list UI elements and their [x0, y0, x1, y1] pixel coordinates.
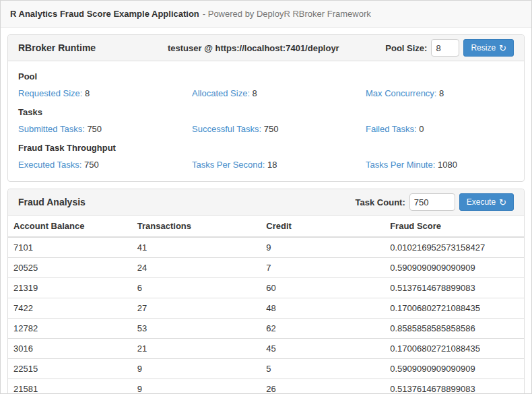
analysis-panel-heading: Fraud Analysis Task Count: Execute ↻	[8, 189, 524, 216]
runtime-panel: RBroker Runtime testuser @ https://local…	[7, 34, 525, 182]
fraud-table-head: Account BalanceTransactionsCreditFraud S…	[8, 216, 524, 237]
column-header: Transactions	[132, 216, 261, 237]
runtime-panel-heading: RBroker Runtime testuser @ https://local…	[8, 35, 524, 61]
table-cell: 7101	[8, 237, 132, 258]
table-cell: 0.5137614678899083	[385, 278, 524, 298]
table-cell: 48	[261, 298, 385, 319]
stat: Successful Tasks: 750	[192, 124, 366, 134]
runtime-panel-title: RBroker Runtime	[18, 42, 168, 53]
stats-row: Submitted Tasks: 750Successful Tasks: 75…	[18, 124, 514, 134]
stat-value: 8	[253, 88, 257, 98]
table-cell: 21581	[8, 379, 132, 394]
task-count-label: Task Count:	[356, 197, 405, 207]
section-heading: Fraud Task Throughput	[18, 143, 514, 153]
table-row: 71014190.010216952573158427	[8, 237, 524, 258]
table-row: 213196600.5137614678899083	[8, 278, 524, 298]
table-cell: 0.5909090909090909	[385, 359, 524, 379]
table-cell: 22515	[8, 359, 132, 379]
stat-label: Tasks Per Minute:	[366, 160, 438, 170]
app-subtitle: - Powered by DeployR RBroker Framework	[203, 9, 371, 19]
analysis-panel-title: Fraud Analysis	[18, 197, 86, 207]
fraud-table-header-row: Account BalanceTransactionsCreditFraud S…	[8, 216, 524, 237]
stat-label: Allocated Size:	[192, 88, 253, 98]
stat-label: Requested Size:	[18, 88, 85, 98]
stat: Tasks Per Second: 18	[192, 160, 366, 170]
fraud-table-body: 71014190.010216952573158427205252470.590…	[8, 237, 524, 394]
stat-value: 750	[84, 160, 99, 170]
stat: Allocated Size: 8	[192, 88, 366, 98]
pool-size-label: Pool Size:	[385, 43, 427, 53]
stat: Tasks Per Minute: 1080	[366, 160, 514, 170]
table-cell: 12782	[8, 319, 132, 339]
table-row: 1278253620.8585858585858586	[8, 319, 524, 339]
table-cell: 41	[132, 237, 261, 258]
stat: Max Concurrency: 8	[366, 88, 514, 98]
section-heading: Pool	[18, 71, 514, 81]
stat: Submitted Tasks: 750	[18, 124, 192, 134]
table-cell: 27	[132, 298, 261, 319]
app-header: R Analytics Fraud Score Example Applicat…	[1, 1, 531, 28]
table-cell: 24	[132, 258, 261, 278]
table-cell: 9	[132, 379, 261, 394]
table-cell: 0.5137614678899083	[385, 379, 524, 394]
stat-label: Successful Tasks:	[192, 124, 264, 134]
table-cell: 0.010216952573158427	[385, 237, 524, 258]
stat-label: Submitted Tasks:	[18, 124, 87, 134]
table-cell: 45	[261, 339, 385, 359]
task-count-controls: Task Count: Execute ↻	[356, 193, 514, 211]
stat-value: 8	[85, 88, 90, 98]
table-cell: 21319	[8, 278, 132, 298]
execute-button-label: Execute	[467, 197, 496, 207]
refresh-icon: ↻	[499, 198, 506, 207]
stat-label: Executed Tasks:	[18, 160, 84, 170]
app-title: R Analytics Fraud Score Example Applicat…	[10, 9, 199, 19]
stats-row: Requested Size: 8Allocated Size: 8Max Co…	[18, 88, 514, 98]
stat-value: 0	[419, 124, 424, 134]
table-cell: 53	[132, 319, 261, 339]
stat-value: 750	[264, 124, 279, 134]
table-row: 22515950.5909090909090909	[8, 359, 524, 379]
table-cell: 3016	[8, 339, 132, 359]
stat-value: 18	[267, 160, 277, 170]
stat: Executed Tasks: 750	[18, 160, 192, 170]
table-row: 301621450.17006802721088435	[8, 339, 524, 359]
stat-label: Tasks Per Second:	[192, 160, 267, 170]
app-window: R Analytics Fraud Score Example Applicat…	[0, 0, 532, 394]
table-cell: 0.17006802721088435	[385, 339, 524, 359]
fraud-table: Account BalanceTransactionsCreditFraud S…	[8, 216, 524, 394]
endpoint-text: testuser @ https://localhost:7401/deploy…	[168, 43, 385, 53]
column-header: Credit	[261, 216, 385, 237]
table-cell: 60	[261, 278, 385, 298]
analysis-panel: Fraud Analysis Task Count: Execute ↻ Acc…	[7, 189, 525, 394]
stats-row: Executed Tasks: 750Tasks Per Second: 18T…	[18, 160, 514, 170]
pool-size-controls: Pool Size: Resize ↻	[385, 39, 514, 57]
table-cell: 7422	[8, 298, 132, 319]
column-header: Fraud Score	[385, 216, 524, 237]
stat: Failed Tasks: 0	[366, 124, 514, 134]
section-heading: Tasks	[18, 107, 514, 117]
refresh-icon: ↻	[499, 44, 506, 53]
table-cell: 5	[261, 359, 385, 379]
table-row: 215819260.5137614678899083	[8, 379, 524, 394]
table-cell: 0.5909090909090909	[385, 258, 524, 278]
table-cell: 20525	[8, 258, 132, 278]
table-cell: 0.17006802721088435	[385, 298, 524, 319]
task-count-input[interactable]	[409, 193, 455, 211]
stat: Requested Size: 8	[18, 88, 192, 98]
resize-button[interactable]: Resize ↻	[463, 39, 514, 57]
table-cell: 0.8585858585858586	[385, 319, 524, 339]
table-row: 742227480.17006802721088435	[8, 298, 524, 319]
stat-label: Failed Tasks:	[366, 124, 419, 134]
table-cell: 9	[132, 359, 261, 379]
pool-size-input[interactable]	[431, 39, 459, 57]
table-cell: 21	[132, 339, 261, 359]
table-row: 205252470.5909090909090909	[8, 258, 524, 278]
resize-button-label: Resize	[471, 43, 496, 53]
column-header: Account Balance	[8, 216, 132, 237]
table-cell: 6	[132, 278, 261, 298]
table-cell: 9	[261, 237, 385, 258]
execute-button[interactable]: Execute ↻	[459, 193, 514, 211]
table-cell: 26	[261, 379, 385, 394]
table-cell: 7	[261, 258, 385, 278]
table-cell: 62	[261, 319, 385, 339]
